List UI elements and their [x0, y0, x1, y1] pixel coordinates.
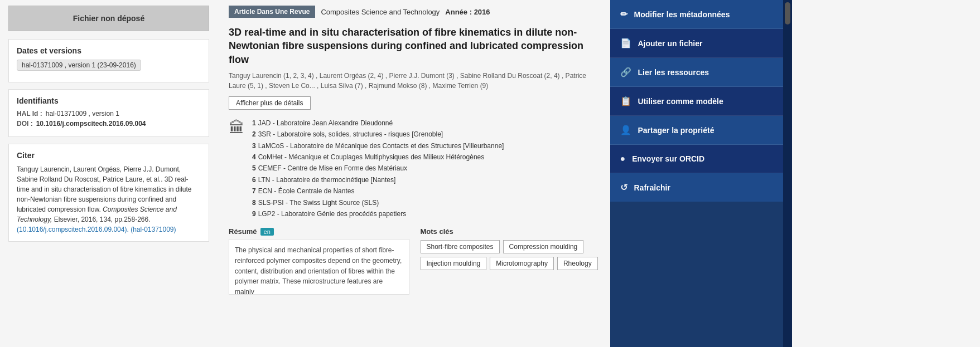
doi-value: 10.1016/j.compscitech.2016.09.004 [36, 120, 146, 128]
citer-section: Citer Tanguy Laurencin, Laurent Orgéas, … [8, 144, 209, 242]
keyword-tag[interactable]: Microtomography [490, 257, 554, 270]
affiliation-item: 7ECN - École Centrale de Nantes [252, 185, 504, 197]
doi-row: DOI : 10.1016/j.compscitech.2016.09.004 [17, 120, 201, 128]
hal-label: HAL Id : [17, 110, 42, 118]
panel-icon: 👤 [620, 125, 631, 135]
right-panel-item-5[interactable]: ●Envoyer sur ORCID [610, 145, 783, 173]
keyword-tag[interactable]: Injection moulding [421, 257, 487, 270]
affiliation-item: 3LaMCoS - Laboratoire de Mécanique des C… [252, 140, 504, 151]
right-panel-item-1[interactable]: 📄Ajouter un fichier [610, 29, 783, 58]
article-header: Article Dans Une Revue Composites Scienc… [229, 6, 599, 18]
dates-section: Dates et versions hal-01371009 , version… [8, 39, 209, 82]
affiliation-item: 1JAD - Laboratoire Jean Alexandre Dieudo… [252, 118, 504, 129]
right-panel: ✏Modifier les métadonnées📄Ajouter un fic… [610, 0, 783, 347]
scroll-indicator[interactable] [783, 0, 792, 347]
resume-block: Résumé en The physical and mechanical pr… [229, 227, 409, 295]
panel-icon: ● [620, 154, 626, 164]
panel-icon: 📄 [620, 38, 631, 48]
affiliations-block: 🏛 1JAD - Laboratoire Jean Alexandre Dieu… [229, 118, 599, 220]
hal-value: hal-01371009 , version 1 [46, 110, 119, 118]
cite-doi-link[interactable]: (10.1016/j.compscitech.2016.09.004). [17, 226, 129, 233]
year-label: Année : 2016 [445, 8, 490, 16]
identifiants-section: Identifiants HAL Id : hal-01371009 , ver… [8, 89, 209, 137]
lang-badge: en [260, 228, 274, 236]
identifiants-section-title: Identifiants [17, 96, 201, 105]
affiliation-item: 5CEMEF - Centre de Mise en Forme des Mat… [252, 163, 504, 174]
panel-item-label: Rafraîchir [634, 183, 670, 192]
right-row: ✏Modifier les métadonnées📄Ajouter un fic… [610, 0, 981, 347]
main-content: Article Dans Une Revue Composites Scienc… [218, 0, 610, 347]
panel-icon: 📋 [620, 96, 631, 106]
hal-id-row: HAL Id : hal-01371009 , version 1 [17, 110, 201, 118]
right-panel-item-6[interactable]: ↺Rafraîchir [610, 173, 783, 202]
building-icon: 🏛 [229, 119, 244, 137]
cite-end: Elsevier, 2016, 134, pp.258-266. [54, 216, 151, 223]
right-panel-item-4[interactable]: 👤Partager la propriété [610, 116, 783, 145]
article-type-badge: Article Dans Une Revue [229, 6, 315, 18]
affiliation-list: 1JAD - Laboratoire Jean Alexandre Dieudo… [252, 118, 504, 220]
keyword-tags: Short-fibre compositesCompression mouldi… [421, 240, 599, 270]
journal-name: Composites Science and Technology [321, 8, 440, 16]
version-badge: hal-01371009 , version 1 (23-09-2016) [17, 60, 141, 71]
affiliation-item: 8SLS-PSI - The Swiss Light Source (SLS) [252, 197, 504, 208]
panel-item-label: Lier les ressources [638, 68, 709, 77]
affiliation-item: 6LTN - Laboratoire de thermocinétique [N… [252, 174, 504, 185]
citer-section-title: Citer [17, 151, 201, 160]
panel-item-label: Envoyer sur ORCID [632, 154, 704, 163]
show-details-button[interactable]: Afficher plus de détails [229, 96, 311, 110]
panel-icon: ✏ [620, 9, 627, 19]
panel-icon: ↺ [620, 182, 627, 193]
keyword-tag[interactable]: Compression moulding [503, 240, 584, 253]
affiliation-item: 23SR - Laboratoire sols, solides, struct… [252, 129, 504, 140]
cite-box: Tanguy Laurencin, Laurent Orgéas, Pierre… [17, 164, 201, 234]
sidebar: Fichier non déposé Dates et versions hal… [0, 0, 218, 347]
panel-item-label: Modifier les métadonnées [634, 10, 730, 19]
panel-item-label: Ajouter un fichier [638, 39, 703, 48]
resume-header: Résumé en [229, 227, 409, 236]
dates-section-title: Dates et versions [17, 46, 201, 55]
article-title: 3D real-time and in situ characterisatio… [229, 26, 599, 66]
keyword-tag[interactable]: Short-fibre composites [421, 240, 500, 253]
doi-label: DOI : [17, 120, 33, 128]
right-panel-item-2[interactable]: 🔗Lier les ressources [610, 58, 783, 87]
panel-item-label: Partager la propriété [638, 126, 715, 135]
keywords-label: Mots clés [421, 227, 599, 236]
panel-icon: 🔗 [620, 67, 631, 77]
scroll-thumb [785, 2, 790, 25]
resume-label: Résumé [229, 227, 257, 236]
panel-item-label: Utiliser comme modèle [638, 97, 723, 106]
authors: Tanguy Laurencin (1, 2, 3, 4) , Laurent … [229, 71, 599, 91]
cite-hal-link[interactable]: (hal-01371009) [131, 226, 176, 233]
right-panel-item-3[interactable]: 📋Utiliser comme modèle [610, 87, 783, 116]
keywords-block: Mots clés Short-fibre compositesCompress… [421, 227, 599, 295]
affiliation-item: 9LGP2 - Laboratoire Génie des procédés p… [252, 208, 504, 219]
file-not-deposited-banner: Fichier non déposé [8, 6, 209, 31]
resume-text: The physical and mechanical properties o… [229, 239, 409, 295]
affiliation-item: 4CoMHet - Mécanique et Couplages Multiph… [252, 151, 504, 163]
bottom-section: Résumé en The physical and mechanical pr… [229, 227, 599, 295]
keyword-tag[interactable]: Rheology [557, 257, 598, 270]
right-panel-item-0[interactable]: ✏Modifier les métadonnées [610, 0, 783, 29]
